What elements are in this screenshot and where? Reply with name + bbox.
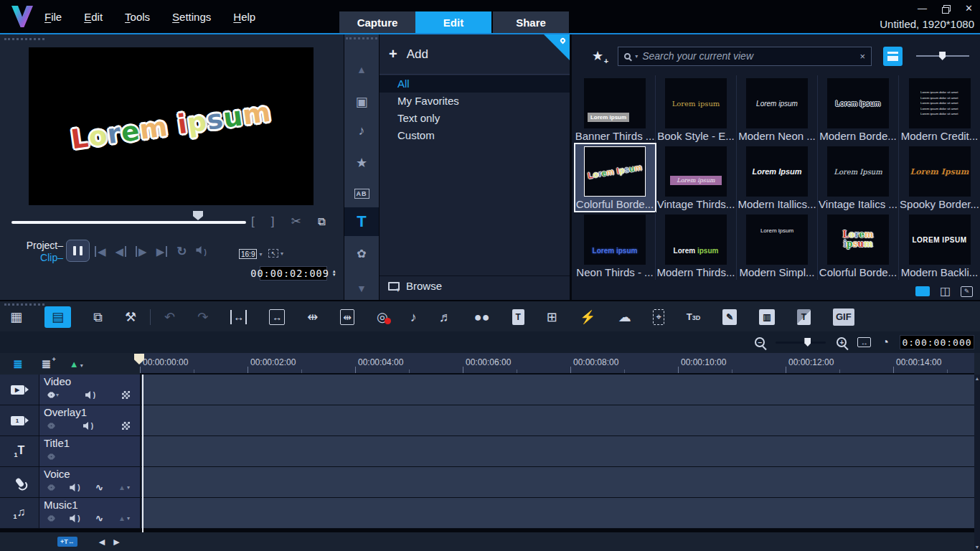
gallery-item[interactable]: Lorem ipsumModern Borde... [818,75,899,143]
library-nav-music-icon[interactable]: ♪ [344,120,379,141]
gallery-item[interactable]: LoremipsumColorful Borde... [818,212,899,280]
toolbox-icon[interactable]: ⚒ [125,310,136,324]
prev-frame-icon[interactable]: ◀ [116,246,127,257]
zoom-in-icon[interactable]: + [837,337,847,347]
gallery-item[interactable]: Lorem ipsumModern Thirds... [656,212,737,280]
chevron-down-icon[interactable]: ▾ [635,53,638,60]
pin-corner[interactable] [544,34,570,60]
timeline-ruler[interactable]: 00:00:00:0000:00:02:0000:00:04:0000:00:0… [140,353,974,375]
fit-project-in-timeline-icon[interactable]: ↔ [230,310,247,324]
browse-button[interactable]: Browse [380,276,570,296]
mute-toggle-icon[interactable]: ) [70,484,80,492]
undo-icon[interactable]: ↶ [164,310,175,324]
category-custom[interactable]: Custom [380,127,570,144]
scrubber-bar[interactable] [11,221,246,224]
mode-clip-label[interactable]: Clip– [4,252,63,264]
waveform-icon[interactable]: ∿ [95,482,103,493]
gallery-item[interactable]: Lorem ipsumBanner Thirds ... [575,75,656,143]
sound-mixer-icon[interactable]: ♪ [410,310,417,324]
link-toggle-icon[interactable] [48,454,55,459]
track-type-cell[interactable]: 1T [0,436,39,466]
transparency-icon[interactable] [122,391,130,399]
panel-drag-handle[interactable] [4,38,44,40]
gif-creator-icon[interactable]: GIF [833,309,854,326]
duration-clock-icon[interactable]: ◔ [882,336,889,349]
track-lane[interactable] [141,436,974,466]
redo-icon[interactable]: ↷ [197,310,208,324]
clear-search-icon[interactable]: × [860,51,866,62]
minimize-icon[interactable]: — [918,4,927,14]
library-nav-scroll-up-icon[interactable]: ▲ [344,59,379,80]
track-lane[interactable] [141,498,974,528]
menu-help[interactable]: Help [233,11,255,23]
add-remove-track-icon[interactable]: ≣+ [41,357,50,371]
3d-title-editor-icon[interactable]: T3D [687,310,700,325]
tab-capture[interactable]: Capture [339,11,415,33]
restore-icon[interactable] [942,5,950,12]
gallery-item[interactable]: Lorem ipsumModern Simpl... [737,212,818,280]
link-toggle-icon[interactable] [48,423,55,428]
repeat-icon[interactable]: ↻ [176,246,187,257]
ripple-edit-enable-icon[interactable]: ▲▾ [70,359,83,369]
mute-toggle-icon[interactable]: ) [85,391,95,400]
motion-tracking-icon[interactable]: ⌖ [653,309,664,325]
split-clip-icon[interactable]: ✂ [291,214,301,229]
scroll-down-icon[interactable]: ▼ [974,545,980,550]
list-view-toggle[interactable] [883,47,903,66]
fade-menu-icon[interactable]: ▲▾ [118,484,130,491]
search-input[interactable] [642,50,855,62]
track-lane[interactable] [141,405,974,435]
ripple-edit-icon[interactable]: ⇹ [307,310,318,324]
zoom-out-icon[interactable]: − [755,337,765,347]
slider-handle[interactable] [804,338,811,347]
tab-edit[interactable]: Edit [415,11,491,33]
track-lane[interactable] [141,375,974,405]
auto-music-icon[interactable]: ♬ [439,310,452,324]
multicam-editor-icon[interactable]: ▥ [759,309,774,325]
next-frame-icon[interactable]: ▶ [136,246,147,257]
category-my-favorites[interactable]: My Favorites [380,93,570,110]
search-box[interactable]: ▾ × [618,47,872,66]
mark-out-icon[interactable]: ] [271,215,275,229]
track-lane[interactable] [141,467,974,497]
swap-tracks-button[interactable]: +T↔ [57,537,77,547]
add-category-row[interactable]: + Add [380,34,570,75]
menu-settings[interactable]: Settings [172,11,211,23]
gallery-item[interactable]: Lorem ipsumVintage Thirds... [656,143,737,212]
preview-timecode[interactable]: 00:00:02:009 ▲▼ [260,266,327,281]
track-manager-icon[interactable]: ≣ [13,357,22,371]
scroll-right-icon[interactable]: ▶ [113,537,119,547]
menu-file[interactable]: File [44,11,62,23]
gallery-item[interactable]: Lorem ipsumBook Style - E... [656,75,737,143]
link-toggle-icon[interactable] [48,485,55,490]
subtitle-editor-icon[interactable]: T [512,309,524,325]
edit-title-icon[interactable]: ✎ [961,286,973,297]
library-nav-instant-project-icon[interactable]: ★ [344,152,379,174]
mute-toggle-icon[interactable]: ) [70,514,80,523]
grab-frame-icon[interactable]: ⧉ [318,215,326,228]
go-end-icon[interactable]: ▶ [156,246,168,257]
sketch-creator-icon[interactable]: ✎ [722,309,737,325]
split-screen-template-icon[interactable]: ⊞ [547,310,557,324]
gallery-item[interactable]: Lorem ipsumModern Neon ... [737,75,818,143]
track-transparency-icon[interactable]: ⇹ [340,309,354,325]
overlay-options-icon[interactable]: ●● [474,310,490,324]
gallery-item[interactable]: LoremIpsumColorful Borde... [575,143,656,212]
mute-toggle-icon[interactable]: ) [83,422,93,430]
speech-to-text-icon[interactable]: T [797,309,811,325]
menu-edit[interactable]: Edit [84,11,103,23]
timeline-zoom-slider[interactable] [776,337,826,347]
scroll-left-icon[interactable]: ◀ [99,537,105,547]
library-nav-media-icon[interactable]: ▣ [344,91,379,113]
library-nav-overlay-icon[interactable]: ✿ [344,242,379,264]
pause-button[interactable] [66,240,90,262]
timecode-spinner[interactable]: ▲▼ [332,270,336,277]
detail-view-icon[interactable]: ◫ [940,286,951,297]
timeline-view-icon[interactable]: ▤ [44,306,71,328]
slider-handle[interactable] [939,52,946,60]
fit-timeline-window-icon[interactable]: ↔ [269,309,285,325]
track-type-cell[interactable]: ▶ [0,375,39,405]
track-type-cell[interactable]: 1 [0,405,39,435]
library-nav-title-icon[interactable]: T [344,207,379,236]
vertical-scrollbar[interactable]: ▲ ▼ [974,375,980,551]
